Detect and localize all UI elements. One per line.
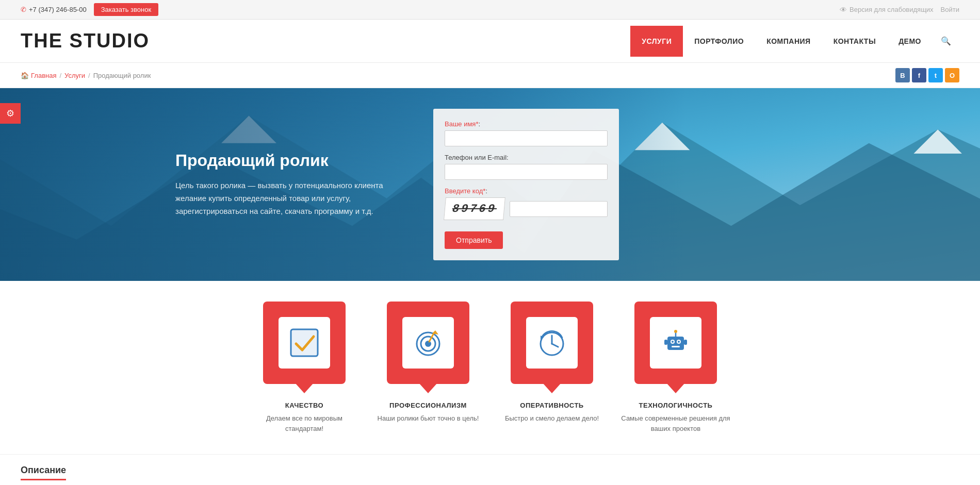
- logo-studio: STUDIO: [70, 30, 150, 52]
- social-ok[interactable]: О: [945, 68, 959, 82]
- hero-section: Продающий ролик Цель такого ролика — выз…: [0, 88, 980, 281]
- breadcrumb-bar: 🏠 Главная / Услуги / Продающий ролик В f…: [0, 63, 980, 88]
- phone-input[interactable]: [445, 164, 608, 180]
- topbar-left: +7 (347) 246-85-00 Заказать звонок: [21, 3, 158, 16]
- topbar: +7 (347) 246-85-00 Заказать звонок Верси…: [0, 0, 980, 20]
- feature-efficiency-title: ОПЕРАТИВНОСТЬ: [520, 402, 583, 409]
- home-icon: 🏠: [21, 72, 29, 79]
- nav-item-portfolio[interactable]: ПОРТФОЛИО: [683, 26, 755, 57]
- main-nav: УСЛУГИ ПОРТФОЛИО КОМПАНИЯ КОНТАКТЫ ДЕМО …: [630, 25, 959, 57]
- breadcrumb-sep-2: /: [88, 72, 90, 79]
- svg-point-19: [672, 341, 674, 343]
- target-icon: [402, 317, 454, 369]
- feature-efficiency-desc: Быстро и смело делаем дело!: [505, 413, 599, 424]
- nav-item-contacts[interactable]: КОНТАКТЫ: [822, 26, 887, 57]
- social-fb[interactable]: f: [912, 68, 926, 82]
- logo[interactable]: THE STUDIO: [21, 30, 150, 52]
- search-icon[interactable]: 🔍: [933, 25, 959, 57]
- svg-line-14: [552, 344, 558, 347]
- visually-impaired-link[interactable]: Версия для слабовидящих: [840, 6, 934, 14]
- svg-rect-21: [672, 346, 680, 347]
- feature-technology-desc: Самые современные решения для ваших прое…: [619, 413, 732, 433]
- login-link[interactable]: Войти: [941, 6, 959, 13]
- feature-technology: ТЕХНОЛОГИЧНОСТЬ Самые современные решени…: [619, 302, 732, 433]
- contact-form: Ваше имя*: Телефон или E-mail: Введите к…: [433, 109, 619, 260]
- captcha-input[interactable]: [510, 201, 608, 217]
- feature-quality-desc: Делаем все по мировым стандартам!: [248, 413, 361, 433]
- social-tw[interactable]: t: [928, 68, 943, 82]
- svg-rect-24: [664, 340, 667, 345]
- breadcrumb-sep-1: /: [59, 72, 61, 79]
- feature-technology-title: ТЕХНОЛОГИЧНОСТЬ: [639, 402, 713, 409]
- feature-technology-icon-box: [634, 302, 717, 384]
- phone-number: +7 (347) 246-85-00: [21, 6, 87, 13]
- social-icons: В f t О: [895, 68, 959, 82]
- name-label: Ваше имя*:: [445, 120, 608, 128]
- logo-the: THE: [21, 30, 63, 52]
- feature-efficiency-icon-box: [511, 302, 593, 384]
- feature-quality: КАЧЕСТВО Делаем все по мировым стандарта…: [248, 302, 361, 433]
- svg-rect-25: [684, 340, 687, 345]
- hero-title: Продающий ролик: [175, 151, 413, 170]
- feature-professionalism-icon-box: [387, 302, 469, 384]
- clock-icon: [526, 317, 578, 369]
- captcha-image: 89769: [444, 197, 505, 220]
- hero-content: Продающий ролик Цель такого ролика — выз…: [0, 88, 980, 281]
- features-section: КАЧЕСТВО Делаем все по мировым стандарта…: [0, 281, 980, 444]
- svg-rect-6: [291, 329, 318, 356]
- svg-rect-16: [667, 337, 684, 350]
- svg-point-20: [678, 341, 680, 343]
- topbar-right: Версия для слабовидящих Войти: [840, 6, 959, 14]
- breadcrumb-home[interactable]: 🏠 Главная: [21, 72, 56, 79]
- phone-label: Телефон или E-mail:: [445, 154, 608, 161]
- hero-description: Цель такого ролика — вызвать у потенциал…: [175, 179, 413, 218]
- breadcrumb: 🏠 Главная / Услуги / Продающий ролик: [21, 72, 151, 79]
- nav-item-services[interactable]: УСЛУГИ: [630, 26, 683, 57]
- header: THE STUDIO УСЛУГИ ПОРТФОЛИО КОМПАНИЯ КОН…: [0, 20, 980, 63]
- nav-item-company[interactable]: КОМПАНИЯ: [755, 26, 822, 57]
- feature-quality-icon-box: [263, 302, 346, 384]
- name-input[interactable]: [445, 130, 608, 146]
- feature-efficiency: ОПЕРАТИВНОСТЬ Быстро и смело делаем дело…: [495, 302, 609, 433]
- captcha-row: 89769: [445, 197, 608, 220]
- feature-professionalism-desc: Наши ролики бьют точно в цель!: [378, 413, 479, 424]
- name-field: Ваше имя*:: [445, 120, 608, 146]
- gear-icon: ⚙: [6, 108, 14, 119]
- checkmark-icon: [279, 317, 330, 369]
- robot-icon: [650, 317, 701, 369]
- settings-button[interactable]: ⚙: [0, 103, 21, 124]
- code-label: Введите код*:: [445, 187, 608, 195]
- social-vk[interactable]: В: [895, 68, 910, 82]
- breadcrumb-services[interactable]: Услуги: [64, 72, 85, 79]
- submit-button[interactable]: Отправить: [445, 231, 503, 249]
- feature-quality-title: КАЧЕСТВО: [285, 402, 323, 409]
- callback-button[interactable]: Заказать звонок: [94, 3, 158, 16]
- svg-point-23: [674, 330, 677, 333]
- phone-field: Телефон или E-mail:: [445, 154, 608, 180]
- code-field: Введите код*: 89769: [445, 187, 608, 220]
- feature-professionalism-title: ПРОФЕССИОНАЛИЗМ: [389, 402, 467, 409]
- hero-text: Продающий ролик Цель такого ролика — выз…: [175, 151, 413, 218]
- nav-item-demo[interactable]: ДЕМО: [887, 26, 933, 57]
- feature-professionalism: ПРОФЕССИОНАЛИЗМ Наши ролики бьют точно в…: [371, 302, 485, 433]
- breadcrumb-current: Продающий ролик: [93, 72, 151, 79]
- svg-point-9: [425, 341, 431, 347]
- description-tab[interactable]: Описание: [21, 465, 66, 480]
- description-section: Описание: [0, 454, 980, 485]
